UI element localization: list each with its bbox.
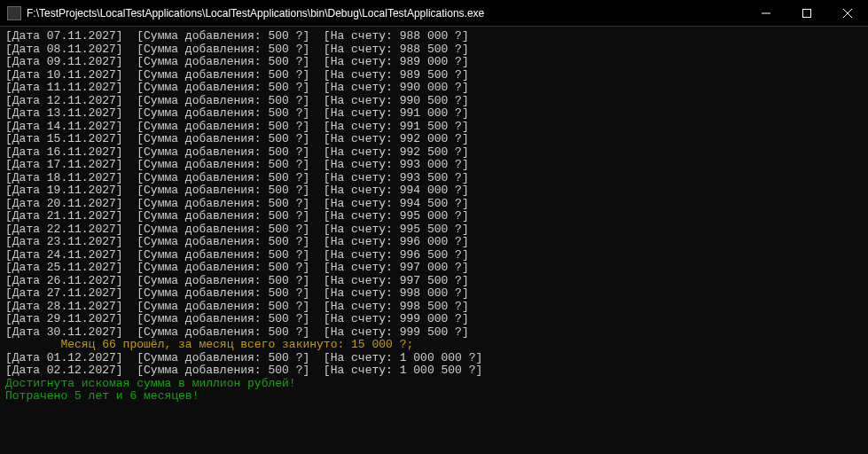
result-line-1: Достигнута искомая сумма в миллион рубле… xyxy=(5,378,863,391)
minimize-button[interactable] xyxy=(746,0,786,26)
log-row: [Дата 22.11.2027] [Сумма добавления: 500… xyxy=(5,223,863,237)
log-row: [Дата 17.11.2027] [Сумма добавления: 500… xyxy=(5,159,863,172)
log-row: [Дата 29.11.2027] [Сумма добавления: 500… xyxy=(5,313,863,326)
log-row: [Дата 14.11.2027] [Сумма добавления: 500… xyxy=(5,121,863,134)
log-row: [Дата 10.11.2027] [Сумма добавления: 500… xyxy=(5,69,863,82)
log-row: [Дата 08.11.2027] [Сумма добавления: 500… xyxy=(5,43,863,57)
log-row: [Дата 12.11.2027] [Сумма добавления: 500… xyxy=(5,95,863,108)
svg-rect-1 xyxy=(803,9,811,17)
log-row: [Дата 24.11.2027] [Сумма добавления: 500… xyxy=(5,249,863,262)
minimize-icon xyxy=(762,9,770,18)
log-row: [Дата 13.11.2027] [Сумма добавления: 500… xyxy=(5,107,863,121)
log-row: [Дата 30.11.2027] [Сумма добавления: 500… xyxy=(5,326,863,340)
window-titlebar: F:\TestProjects\LocalTestApplications\Lo… xyxy=(0,0,868,27)
result-line-2: Потрачено 5 лет и 6 месяцев! xyxy=(5,390,863,403)
log-row: [Дата 11.11.2027] [Сумма добавления: 500… xyxy=(5,82,863,95)
log-row: [Дата 28.11.2027] [Сумма добавления: 500… xyxy=(5,301,863,314)
log-row: [Дата 21.11.2027] [Сумма добавления: 500… xyxy=(5,210,863,223)
log-row: [Дата 16.11.2027] [Сумма добавления: 500… xyxy=(5,146,863,160)
maximize-button[interactable] xyxy=(786,0,827,26)
log-row: [Дата 09.11.2027] [Сумма добавления: 500… xyxy=(5,56,863,69)
close-icon xyxy=(843,9,852,18)
log-row: [Дата 02.12.2027] [Сумма добавления: 500… xyxy=(5,364,863,378)
log-row: [Дата 20.11.2027] [Сумма добавления: 500… xyxy=(5,198,863,211)
log-row: [Дата 23.11.2027] [Сумма добавления: 500… xyxy=(5,236,863,249)
log-row: [Дата 27.11.2027] [Сумма добавления: 500… xyxy=(5,287,863,301)
log-row: [Дата 07.11.2027] [Сумма добавления: 500… xyxy=(5,30,863,43)
window-title: F:\TestProjects\LocalTestApplications\Lo… xyxy=(27,7,484,20)
log-row: [Дата 19.11.2027] [Сумма добавления: 500… xyxy=(5,184,863,198)
log-row: [Дата 25.11.2027] [Сумма добавления: 500… xyxy=(5,262,863,275)
log-row: [Дата 15.11.2027] [Сумма добавления: 500… xyxy=(5,133,863,146)
console-output[interactable]: [Дата 07.11.2027] [Сумма добавления: 500… xyxy=(0,27,868,454)
app-icon xyxy=(7,6,21,20)
maximize-icon xyxy=(802,9,811,18)
log-row: [Дата 01.12.2027] [Сумма добавления: 500… xyxy=(5,352,863,365)
log-row: [Дата 26.11.2027] [Сумма добавления: 500… xyxy=(5,275,863,288)
close-button[interactable] xyxy=(827,0,868,26)
log-row: [Дата 18.11.2027] [Сумма добавления: 500… xyxy=(5,172,863,185)
month-summary: Месяц 66 прошёл, за месяц всего закинуто… xyxy=(5,339,863,352)
